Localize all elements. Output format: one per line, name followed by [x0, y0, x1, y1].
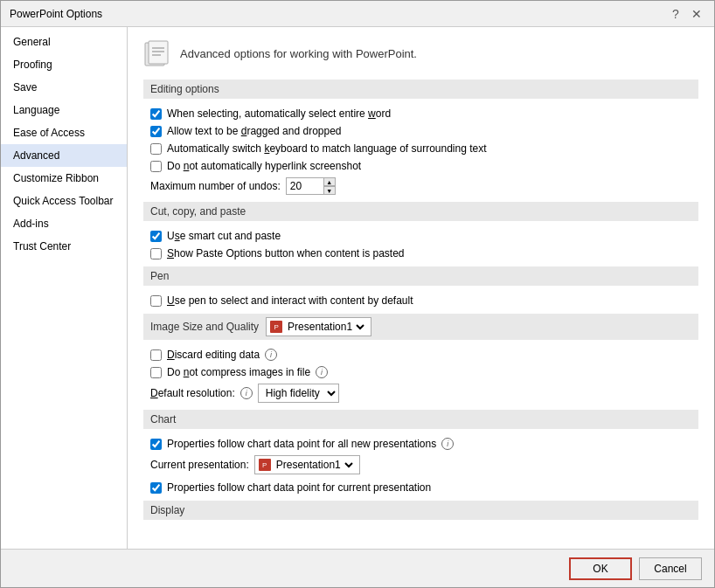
- max-undos-spinbox[interactable]: ▲ ▼: [286, 177, 331, 195]
- option-drag-drop: Allow text to be dragged and dropped: [143, 125, 698, 137]
- content-header: Advanced options for working with PowerP…: [143, 39, 698, 67]
- cancel-button[interactable]: Cancel: [639, 557, 702, 580]
- sidebar-item-add-ins[interactable]: Add-ins: [1, 212, 127, 235]
- image-presentation-dropdown[interactable]: P Presentation1: [266, 317, 371, 336]
- option-no-hyperlink: Do not automatically hyperlink screensho…: [143, 160, 698, 172]
- checkbox-chart-all-presentations[interactable]: [150, 439, 162, 450]
- checkbox-use-pen[interactable]: [150, 295, 162, 307]
- ok-button[interactable]: OK: [569, 557, 632, 580]
- sidebar-item-customize-ribbon[interactable]: Customize Ribbon: [1, 167, 127, 190]
- label-auto-switch-keyboard: Automatically switch keyboard to match l…: [167, 142, 487, 155]
- content-area: Advanced options for working with PowerP…: [128, 27, 714, 549]
- option-use-pen: Use pen to select and interact with cont…: [143, 294, 698, 307]
- checkbox-no-hyperlink[interactable]: [150, 161, 162, 172]
- label-no-hyperlink: Do not automatically hyperlink screensho…: [167, 160, 361, 172]
- option-no-compress-images: Do not compress images in file i: [143, 366, 698, 378]
- titlebar-controls: ? ✕: [667, 5, 705, 23]
- sidebar-item-proofing[interactable]: Proofing: [1, 53, 127, 76]
- dialog-title: PowerPoint Options: [10, 8, 102, 20]
- cut-copy-paste-header: Cut, copy, and paste: [143, 202, 698, 221]
- resolution-select[interactable]: High fidelity 96 ppi 150 ppi 220 ppi 330…: [259, 384, 338, 402]
- checkbox-drag-drop[interactable]: [150, 126, 162, 137]
- svg-rect-1: [149, 41, 168, 64]
- spinbox-up-arrow[interactable]: ▲: [323, 177, 336, 186]
- spinbox-arrows: ▲ ▼: [323, 177, 336, 195]
- label-discard-editing-data: Discard editing data: [167, 349, 260, 361]
- option-show-paste-options: Show Paste Options button when content i…: [143, 247, 698, 259]
- resolution-select-container[interactable]: High fidelity 96 ppi 150 ppi 220 ppi 330…: [258, 384, 339, 403]
- no-compress-info-icon: i: [316, 366, 328, 378]
- max-undos-label: Maximum number of undos:: [150, 180, 281, 192]
- label-use-pen: Use pen to select and interact with cont…: [167, 294, 413, 307]
- label-show-paste-options: Show Paste Options button when content i…: [167, 247, 405, 259]
- checkbox-smart-cut-paste[interactable]: [150, 231, 162, 242]
- option-auto-select-word: When selecting, automatically select ent…: [143, 107, 698, 120]
- chart-presentation-dropdown[interactable]: P Presentation1: [254, 455, 360, 474]
- help-button[interactable]: ?: [667, 5, 684, 23]
- option-auto-switch-keyboard: Automatically switch keyboard to match l…: [143, 142, 698, 155]
- spinbox-down-arrow[interactable]: ▼: [323, 186, 336, 195]
- label-auto-select-word: When selecting, automatically select ent…: [167, 107, 391, 120]
- chart-all-info-icon: i: [441, 438, 454, 450]
- checkbox-chart-current-presentation[interactable]: [150, 482, 162, 494]
- option-discard-editing-data: Discard editing data i: [143, 349, 698, 361]
- label-drag-drop: Allow text to be dragged and dropped: [167, 125, 342, 137]
- image-size-quality-header: Image Size and Quality P Presentation1: [143, 314, 698, 340]
- checkbox-auto-select-word[interactable]: [150, 108, 162, 120]
- checkbox-no-compress-images[interactable]: [150, 367, 162, 378]
- powerpointoptions-dialog: PowerPoint Options ? ✕ General Proofing …: [0, 0, 715, 588]
- sidebar-item-general[interactable]: General: [1, 31, 127, 53]
- close-button[interactable]: ✕: [688, 5, 705, 23]
- sidebar-item-advanced[interactable]: Advanced: [1, 144, 127, 167]
- image-presentation-select[interactable]: Presentation1: [284, 320, 367, 334]
- titlebar: PowerPoint Options ? ✕: [1, 1, 714, 27]
- advanced-icon: [143, 39, 171, 67]
- current-presentation-row: Current presentation: P Presentation1: [143, 455, 698, 474]
- resolution-row: Default resolution: i High fidelity 96 p…: [143, 384, 698, 403]
- discard-editing-data-info-icon: i: [265, 349, 277, 361]
- sidebar-item-quick-access-toolbar[interactable]: Quick Access Toolbar: [1, 190, 127, 212]
- label-chart-all-presentations: Properties follow chart data point for a…: [167, 438, 436, 450]
- content-header-text: Advanced options for working with PowerP…: [180, 47, 417, 60]
- dialog-body: General Proofing Save Language Ease of A…: [1, 27, 714, 549]
- display-header: Display: [143, 501, 698, 520]
- label-chart-current-presentation: Properties follow chart data point for c…: [167, 481, 431, 494]
- editing-options-header: Editing options: [143, 80, 698, 99]
- pen-header: Pen: [143, 266, 698, 286]
- presentation-icon: P: [270, 321, 282, 333]
- label-no-compress-images: Do not compress images in file: [167, 366, 310, 378]
- max-undos-row: Maximum number of undos: ▲ ▼: [143, 177, 698, 195]
- sidebar-item-trust-center[interactable]: Trust Center: [1, 235, 127, 258]
- option-smart-cut-paste: Use smart cut and paste: [143, 230, 698, 242]
- dialog-footer: OK Cancel: [1, 549, 714, 587]
- checkbox-auto-switch-keyboard[interactable]: [150, 143, 162, 155]
- option-chart-all-presentations: Properties follow chart data point for a…: [143, 438, 698, 450]
- chart-header: Chart: [143, 410, 698, 429]
- label-smart-cut-paste: Use smart cut and paste: [167, 230, 281, 242]
- checkbox-show-paste-options[interactable]: [150, 248, 162, 259]
- chart-presentation-icon: P: [259, 459, 271, 471]
- image-section-title: Image Size and Quality: [150, 321, 259, 333]
- resolution-label: Default resolution:: [150, 387, 235, 399]
- checkbox-discard-editing-data[interactable]: [150, 349, 162, 361]
- sidebar: General Proofing Save Language Ease of A…: [1, 27, 128, 549]
- sidebar-item-save[interactable]: Save: [1, 76, 127, 99]
- max-undos-input[interactable]: [290, 180, 323, 192]
- resolution-info-icon: i: [240, 387, 253, 399]
- option-chart-current-presentation: Properties follow chart data point for c…: [143, 481, 698, 494]
- sidebar-item-language[interactable]: Language: [1, 99, 127, 121]
- current-presentation-label: Current presentation:: [150, 459, 249, 471]
- chart-presentation-select[interactable]: Presentation1: [273, 458, 356, 472]
- sidebar-item-ease-of-access[interactable]: Ease of Access: [1, 121, 127, 144]
